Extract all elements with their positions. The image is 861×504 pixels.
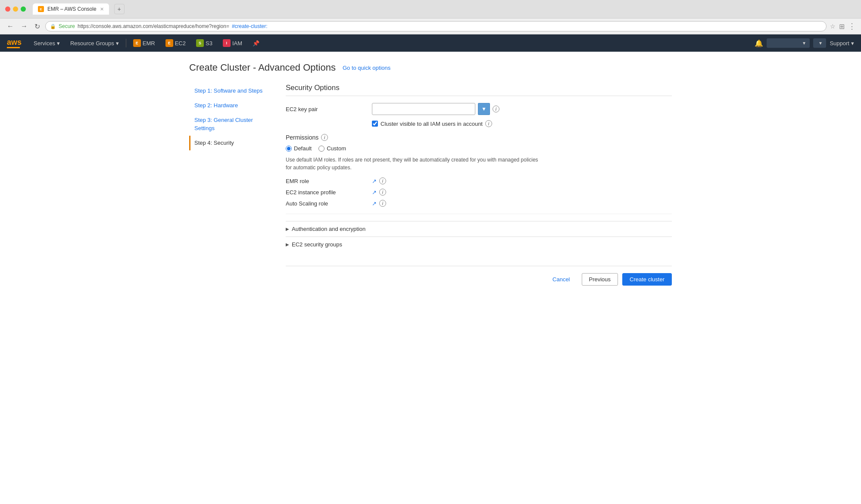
support-dropdown[interactable]: Support ▾ xyxy=(830,40,854,47)
ec2-keypair-control: ▼ i xyxy=(372,103,499,115)
ec2-security-groups-label: EC2 security groups xyxy=(292,241,342,248)
browser-chrome: E EMR – AWS Console ✕ + ← → ↻ 🔒 Secure h… xyxy=(0,0,861,34)
emr-nav-item[interactable]: E EMR xyxy=(128,34,160,52)
auto-scaling-role-link-icon[interactable]: ↗ xyxy=(372,200,377,207)
address-secure-label: Secure xyxy=(59,23,75,29)
region-dropdown-icon: ▾ xyxy=(819,40,822,46)
browser-tab[interactable]: E EMR – AWS Console ✕ xyxy=(33,3,109,15)
custom-radio[interactable] xyxy=(318,146,324,152)
page-container: Create Cluster - Advanced Options Go to … xyxy=(172,52,689,296)
aws-navigation: aws Services ▾ Resource Groups ▾ E EMR E… xyxy=(0,34,861,52)
ec2-keypair-select-wrapper xyxy=(372,103,475,115)
account-dropdown[interactable]: ▾ xyxy=(767,38,810,48)
ec2-instance-profile-info-icon[interactable]: i xyxy=(379,189,386,196)
tab-title: EMR – AWS Console xyxy=(47,6,97,12)
pin-nav-item[interactable]: 📌 xyxy=(247,34,265,52)
sidebar-item-step3[interactable]: Step 3: General Cluster Settings xyxy=(189,113,275,135)
ec2-security-groups-expand-icon: ▶ xyxy=(286,242,289,247)
dropdown-icon: ▼ xyxy=(481,106,487,112)
page-header: Create Cluster - Advanced Options Go to … xyxy=(189,62,672,73)
pin-icon: 📌 xyxy=(253,40,259,47)
ec2-nav-item[interactable]: E EC2 xyxy=(160,34,191,52)
emr-role-icons: ↗ i xyxy=(372,177,386,184)
address-bar[interactable]: 🔒 Secure https://console.aws.amazon.com/… xyxy=(45,21,827,31)
new-tab-button[interactable]: + xyxy=(114,4,125,14)
minimize-traffic-light[interactable] xyxy=(13,6,18,12)
aws-logo-underline xyxy=(7,47,20,48)
extensions-icon[interactable]: ⊞ xyxy=(839,22,845,31)
auto-scaling-role-row: Auto Scaling role ↗ i xyxy=(286,200,672,207)
sidebar-item-step4[interactable]: Step 4: Security xyxy=(189,136,275,150)
support-dropdown-icon: ▾ xyxy=(851,40,854,47)
custom-radio-label[interactable]: Custom xyxy=(318,145,346,152)
ec2-instance-profile-link-icon[interactable]: ↗ xyxy=(372,189,377,196)
permissions-info-icon[interactable]: i xyxy=(321,134,328,141)
bell-icon[interactable]: 🔔 xyxy=(755,39,763,47)
sidebar-item-step2[interactable]: Step 2: Hardware xyxy=(189,98,275,113)
permissions-title: Permissions xyxy=(286,134,318,141)
emr-role-row: EMR role ↗ i xyxy=(286,177,672,184)
emr-role-info-icon[interactable]: i xyxy=(379,177,386,184)
create-cluster-button[interactable]: Create cluster xyxy=(622,273,672,286)
browser-titlebar: E EMR – AWS Console ✕ + xyxy=(0,0,861,18)
quick-options-link[interactable]: Go to quick options xyxy=(343,65,390,71)
footer-actions: Cancel Previous Create cluster xyxy=(286,266,672,286)
ec2-security-groups-expandable[interactable]: ▶ EC2 security groups xyxy=(286,236,672,252)
refresh-button[interactable]: ↻ xyxy=(33,22,42,31)
ec2-keypair-row: EC2 key pair ▼ i xyxy=(286,103,672,115)
ec2-instance-profile-row: EC2 instance profile ↗ i xyxy=(286,189,672,196)
tab-favicon: E xyxy=(38,6,44,12)
permissions-section: Permissions i Default Custom Use xyxy=(286,134,672,207)
ec2-instance-profile-label: EC2 instance profile xyxy=(286,189,372,196)
s3-nav-item[interactable]: S S3 xyxy=(191,34,218,52)
permissions-description: Use default IAM roles. If roles are not … xyxy=(286,156,544,171)
authentication-encryption-label: Authentication and encryption xyxy=(292,226,365,232)
nav-separator-1 xyxy=(126,39,126,47)
permissions-radio-group: Default Custom xyxy=(286,145,672,152)
back-button[interactable]: ← xyxy=(5,22,16,31)
aws-logo-text: aws xyxy=(7,38,22,46)
ec2-keypair-dropdown-button[interactable]: ▼ xyxy=(478,103,490,115)
authentication-expand-icon: ▶ xyxy=(286,227,289,231)
services-nav-item[interactable]: Services ▾ xyxy=(28,34,65,52)
s3-icon: S xyxy=(196,39,204,47)
forward-button[interactable]: → xyxy=(19,22,29,31)
nav-right: 🔔 ▾ ▾ Support ▾ xyxy=(755,38,854,48)
cluster-visible-label: Cluster visible to all IAM users in acco… xyxy=(381,121,483,127)
auto-scaling-role-label: Auto Scaling role xyxy=(286,200,372,207)
ec2-keypair-info-icon[interactable]: i xyxy=(493,106,499,112)
emr-icon: E xyxy=(133,39,141,47)
auto-scaling-role-info-icon[interactable]: i xyxy=(379,200,386,207)
default-radio[interactable] xyxy=(286,146,292,152)
bookmark-icon[interactable]: ☆ xyxy=(830,23,836,30)
layout: Step 1: Software and Steps Step 2: Hardw… xyxy=(189,84,672,286)
auto-scaling-role-icons: ↗ i xyxy=(372,200,386,207)
menu-icon[interactable]: ⋮ xyxy=(848,22,856,31)
sidebar-item-step1[interactable]: Step 1: Software and Steps xyxy=(189,84,275,98)
cancel-button[interactable]: Cancel xyxy=(545,273,577,286)
lock-icon: 🔒 xyxy=(50,24,56,29)
permissions-header: Permissions i xyxy=(286,134,672,141)
previous-button[interactable]: Previous xyxy=(582,273,618,286)
maximize-traffic-light[interactable] xyxy=(21,6,26,12)
main-content: Create Cluster - Advanced Options Go to … xyxy=(0,52,861,504)
ec2-keypair-select[interactable] xyxy=(372,103,475,115)
close-traffic-light[interactable] xyxy=(5,6,10,12)
iam-nav-item[interactable]: I IAM xyxy=(218,34,247,52)
services-dropdown-icon: ▾ xyxy=(57,40,60,47)
security-options-title: Security Options xyxy=(286,84,672,96)
emr-role-external-link-icon[interactable]: ↗ xyxy=(372,178,377,184)
cluster-visible-info-icon[interactable]: i xyxy=(485,120,492,127)
tab-close-button[interactable]: ✕ xyxy=(100,6,104,12)
ec2-keypair-label: EC2 key pair xyxy=(286,106,372,112)
content-area: Security Options EC2 key pair ▼ i xyxy=(286,84,672,286)
sidebar: Step 1: Software and Steps Step 2: Hardw… xyxy=(189,84,275,286)
authentication-encryption-expandable[interactable]: ▶ Authentication and encryption xyxy=(286,221,672,236)
address-text: https://console.aws.amazon.com/elasticma… xyxy=(78,23,229,29)
iam-icon: I xyxy=(223,39,231,47)
default-radio-label[interactable]: Default xyxy=(286,145,312,152)
resource-groups-nav-item[interactable]: Resource Groups ▾ xyxy=(65,34,124,52)
cluster-visible-checkbox[interactable] xyxy=(372,121,378,127)
region-dropdown[interactable]: ▾ xyxy=(813,38,826,48)
address-hash: #create-cluster: xyxy=(232,23,268,29)
